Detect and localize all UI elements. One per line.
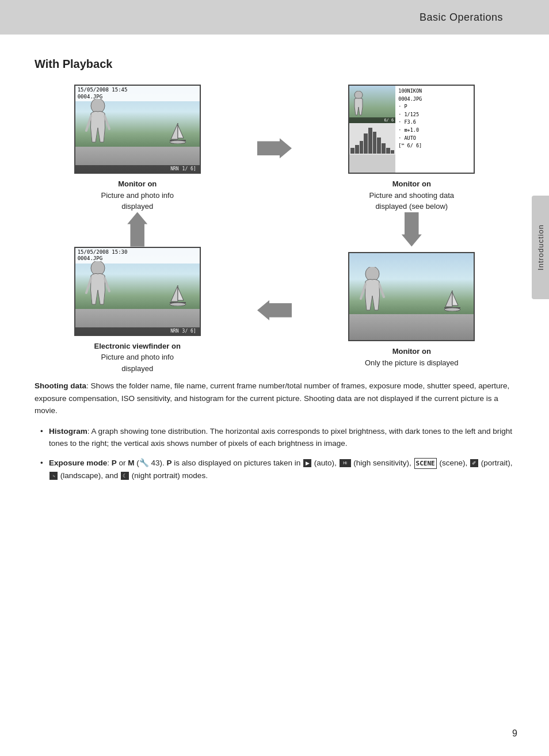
- hist-bar-4: [364, 133, 368, 154]
- svg-line-2: [105, 116, 109, 129]
- svg-point-15: [365, 267, 379, 281]
- side-tab-label: Introduction: [536, 224, 545, 270]
- svg-line-1: [86, 116, 91, 131]
- scene-box: SCENE: [414, 458, 437, 469]
- caption-top-left: Monitor on Picture and photo infodisplay…: [101, 178, 173, 212]
- hist-bar-3: [360, 141, 364, 154]
- data-ev: · ⊠+1.0: [398, 127, 471, 135]
- caption-normal-top-left: Picture and photo infodisplayed: [101, 191, 173, 211]
- histogram-text: : A graph showing tone distribution. The…: [49, 427, 512, 448]
- header-bar: Basic Operations: [0, 0, 549, 35]
- arrow-up: [127, 212, 147, 247]
- data-panel-right: 100NIKON 0004.JPG · P · 1/125 · F3.6 · ⊠…: [395, 86, 474, 173]
- info-line1: 15/05/2008 15:45: [78, 87, 197, 94]
- figure-svg-top-left: [85, 99, 123, 151]
- exposure-m: M: [128, 459, 134, 467]
- page-number: 9: [512, 728, 517, 739]
- shooting-data-paragraph: Shooting data: Shows the folder name, fi…: [35, 380, 514, 417]
- diagram-wrapper: 15/05/2008 15:45 0004.JPG: [35, 85, 514, 374]
- night-portrait-label: (night portrait) modes.: [129, 471, 208, 480]
- figure-svg-bottom-left: [85, 261, 123, 313]
- figure-svg-bottom-right: [360, 267, 397, 319]
- data-frame: [™ 6/ 6]: [398, 142, 471, 150]
- thumb-figure: [352, 91, 372, 120]
- hi-iso-icon: HiISO: [340, 459, 351, 467]
- sailboat-svg-top-left: [169, 122, 187, 144]
- hist-bar-9: [386, 148, 390, 154]
- caption-top-right: Monitor on Picture and shooting datadisp…: [369, 178, 454, 212]
- text-section: Shooting data: Shows the folder name, fi…: [35, 380, 514, 482]
- arrow-left-bottom: [257, 300, 292, 320]
- scene-label: (scene),: [437, 459, 470, 467]
- svg-point-14: [170, 303, 186, 306]
- caption-normal-top-right: Picture and shooting datadisplayed (see …: [369, 191, 454, 211]
- high-sens-label: (high sensitivity),: [352, 459, 414, 467]
- hist-bar-8: [382, 143, 386, 154]
- caption-bold-top-right: Monitor on: [392, 180, 431, 188]
- shooting-data-text: : Shows the folder name, file name, curr…: [35, 381, 509, 415]
- histogram-label: Histogram: [49, 427, 87, 436]
- bottom-left-cell: 15/05/2008 15:30 0004.JPG: [35, 247, 240, 375]
- nikon-icon-bl: NRN: [170, 329, 178, 334]
- screen-content-bottom-right: [349, 253, 474, 340]
- svg-line-16: [361, 284, 365, 299]
- caption-normal-bottom-right: Only the picture is displayed: [365, 358, 459, 367]
- data-p: · P: [398, 103, 471, 111]
- data-panel-frame: 6/ 6: [349, 117, 395, 123]
- bullet-list: Histogram: A graph showing tone distribu…: [35, 425, 514, 482]
- svg-line-10: [105, 278, 109, 291]
- auto-label: (auto),: [312, 459, 339, 467]
- screen-content-bottom-left: 15/05/2008 15:30 0004.JPG: [75, 248, 200, 335]
- side-tab: Introduction: [532, 196, 549, 299]
- auto-icon: ▶: [303, 459, 311, 467]
- screen-bottom-bar-bottom-left: NRN 3/ 6]: [75, 327, 200, 335]
- sailboat-svg-bottom-right: [443, 289, 462, 311]
- landscape-icon: ⍀: [49, 472, 58, 480]
- hist-bar-6: [373, 132, 377, 154]
- svg-point-6: [170, 140, 186, 144]
- caption-bottom-left: Electronic viewfinder on Picture and pho…: [94, 341, 181, 375]
- nikon-icon: NRN: [170, 166, 178, 171]
- data-100nikon: 100NIKON: [398, 87, 471, 96]
- header-title: Basic Operations: [420, 12, 503, 24]
- caption-bold-top-left: Monitor on: [118, 180, 157, 188]
- landscape-label: (landscape), and: [58, 471, 120, 480]
- svg-marker-12: [178, 287, 184, 300]
- data-panel-histogram: [349, 123, 395, 155]
- screen-bottom-left: 15/05/2008 15:30 0004.JPG: [74, 247, 201, 336]
- portrait-icon: ✐: [470, 459, 478, 467]
- top-row: 15/05/2008 15:45 0004.JPG: [35, 85, 514, 212]
- caption-bottom-right: Monitor on Only the picture is displayed: [365, 346, 459, 368]
- svg-marker-11: [171, 285, 178, 301]
- screen-content-top-left: 15/05/2008 15:45 0004.JPG: [75, 86, 200, 173]
- exposure-also: is also displayed on pictures taken in: [172, 459, 303, 467]
- hist-bar-2: [355, 145, 359, 154]
- svg-marker-4: [178, 125, 184, 138]
- svg-marker-19: [452, 292, 458, 306]
- svg-marker-18: [445, 291, 452, 307]
- arrow-right-top: [257, 138, 292, 158]
- hist-bar-1: [350, 148, 354, 154]
- data-aperture: · F3.6: [398, 119, 471, 127]
- caption-normal-bottom-left: Picture and photo infodisplayed: [101, 353, 173, 373]
- exposure-ref: (🔧 43).: [135, 459, 167, 467]
- top-right-cell: 6/ 6: [309, 85, 514, 212]
- bottom-arrow-cell: [240, 300, 308, 320]
- mid-row: [35, 212, 514, 247]
- hist-bar-7: [377, 138, 381, 154]
- svg-point-7: [354, 91, 363, 99]
- bottom-row: 15/05/2008 15:30 0004.JPG: [35, 247, 514, 375]
- screen-top-right: 6/ 6: [348, 85, 475, 174]
- hist-bar-5: [368, 128, 372, 154]
- svg-marker-3: [171, 123, 178, 139]
- svg-line-9: [86, 278, 91, 293]
- caption-bold-bottom-right: Monitor on: [392, 347, 431, 356]
- svg-point-21: [444, 308, 460, 311]
- exposure-p: P: [112, 459, 117, 467]
- bl-info-line1: 15/05/2008 15:30: [78, 249, 197, 256]
- shooting-data-label: Shooting data: [35, 381, 86, 390]
- bottom-right-cell: Monitor on Only the picture is displayed: [309, 252, 514, 368]
- arrow-down: [402, 212, 422, 247]
- svg-point-0: [91, 99, 105, 113]
- portrait-label: (portrait),: [479, 459, 513, 467]
